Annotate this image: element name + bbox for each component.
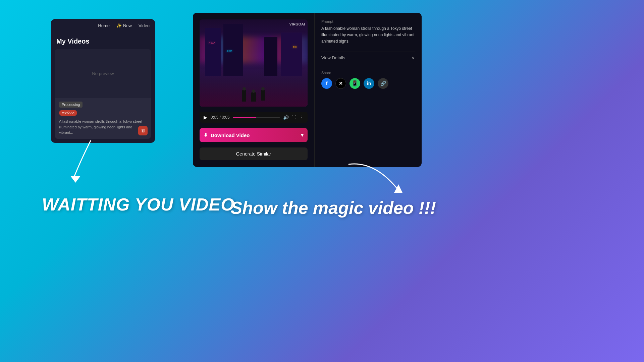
progress-fill — [233, 117, 257, 118]
arrowhead-right — [394, 184, 402, 193]
delete-button[interactable]: 🗑 — [138, 126, 148, 135]
arrow-right-container — [342, 158, 409, 202]
nav-home[interactable]: Home — [98, 23, 110, 28]
time-display: 0:05 / 0:05 — [211, 115, 230, 120]
arrow-left-icon — [64, 134, 104, 188]
arrow-left-container — [64, 134, 104, 189]
bottom-left-label: WAITTING YOU VIDEO — [42, 194, 235, 215]
x-share-button[interactable]: ✕ — [335, 78, 346, 89]
video-card-footer: Processing text2vid A fashionable woman … — [55, 98, 151, 139]
more-icon[interactable]: ⋮ — [299, 115, 304, 120]
status-badge: Processing — [59, 102, 83, 108]
generate-similar-button[interactable]: Generate Similar — [200, 147, 308, 160]
sparkle-icon: ✨ — [116, 23, 122, 28]
progress-bar[interactable] — [233, 117, 280, 118]
nav-video[interactable]: Video — [139, 23, 150, 28]
prompt-text: A fashionable woman strolls through a To… — [321, 25, 415, 45]
video-card: No preview Processing text2vid A fashion… — [55, 49, 151, 139]
arrowhead-left — [70, 176, 80, 183]
video-frame: アニメ SHOP 東京 VIRGOAI — [200, 19, 308, 107]
volume-icon[interactable]: 🔊 — [283, 115, 289, 120]
video-controls: ▶ 0:05 / 0:05 🔊 ⛶ ⋮ — [200, 112, 308, 123]
tokyo-scene: アニメ SHOP 東京 — [200, 19, 308, 107]
chevron-down-icon: ∨ — [412, 55, 415, 60]
my-videos-panel: Home ✨ New Video My Videos No preview Pr… — [51, 19, 155, 143]
view-details-row[interactable]: View Details ∨ — [321, 52, 415, 64]
play-button[interactable]: ▶ — [204, 115, 207, 120]
arrow-right-icon — [342, 158, 409, 201]
nav-new[interactable]: ✨ New — [116, 23, 132, 28]
download-icon: ⬇ — [204, 132, 208, 138]
dropdown-chevron: ▾ — [301, 132, 304, 138]
control-icons: 🔊 ⛶ ⋮ — [283, 115, 304, 120]
download-video-button[interactable]: ⬇ Download Video ▾ — [200, 128, 308, 142]
video-preview-placeholder: No preview — [55, 49, 151, 98]
prompt-label: Prompt — [321, 19, 415, 23]
share-icons-row: f ✕ 📱 in 🔗 — [321, 78, 415, 89]
share-section: Share f ✕ 📱 in 🔗 — [321, 71, 415, 89]
people-silhouettes — [242, 90, 265, 102]
share-label: Share — [321, 71, 415, 75]
fullscreen-icon[interactable]: ⛶ — [291, 115, 296, 120]
tag-badge: text2vid — [59, 110, 77, 116]
video-description: A fashionable woman strolls through a To… — [59, 119, 147, 135]
linkedin-share-button[interactable]: in — [364, 78, 374, 89]
video-section: アニメ SHOP 東京 VIRGOAI ▶ 0:05 / 0: — [193, 13, 314, 167]
panel-title: My Videos — [51, 32, 155, 49]
bottom-right-label: Show the magic video !!! — [231, 198, 436, 218]
whatsapp-share-button[interactable]: 📱 — [350, 78, 360, 89]
video-viewer-panel: アニメ SHOP 東京 VIRGOAI ▶ 0:05 / 0: — [193, 13, 422, 167]
copy-link-button[interactable]: 🔗 — [378, 78, 388, 89]
nav-bar: Home ✨ New Video — [51, 19, 155, 32]
facebook-share-button[interactable]: f — [321, 78, 332, 89]
watermark: VIRGOAI — [289, 22, 305, 26]
trash-icon: 🗑 — [141, 128, 145, 133]
info-section: Prompt A fashionable woman strolls throu… — [314, 13, 422, 167]
